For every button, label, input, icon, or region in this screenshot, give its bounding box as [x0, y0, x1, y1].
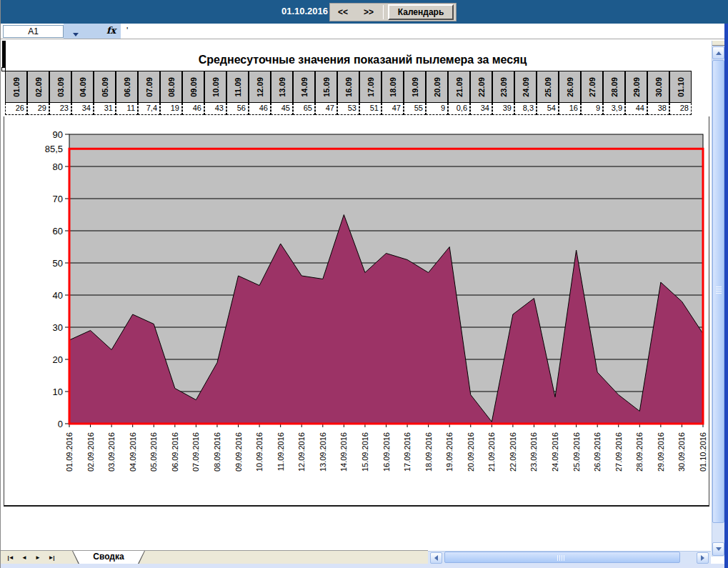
- name-box-dropdown[interactable]: [69, 26, 82, 36]
- prev-sheet-button[interactable]: ◄: [17, 552, 31, 563]
- x-axis-label: 12.09.2016: [297, 432, 306, 472]
- y-axis-label: 10: [53, 387, 63, 397]
- table-header-cell[interactable]: 13.09: [271, 71, 293, 103]
- table-header-cell[interactable]: 15.09: [315, 71, 337, 103]
- scroll-down-button[interactable]: [712, 542, 724, 556]
- table-header-cell[interactable]: 17.09: [359, 71, 382, 103]
- table-header-cell[interactable]: 18.09: [382, 71, 404, 103]
- first-sheet-button[interactable]: |◄: [4, 552, 17, 563]
- last-sheet-button[interactable]: ►|: [44, 552, 58, 563]
- window-right-border: [724, 24, 728, 568]
- table-value-cell[interactable]: 28: [669, 103, 692, 115]
- table-value-cell[interactable]: 7,4: [138, 103, 160, 115]
- next-sheet-button[interactable]: ►: [31, 552, 44, 563]
- x-axis-label: 10.09.2016: [255, 432, 264, 472]
- table-header-cell[interactable]: 03.09: [49, 71, 71, 103]
- table-header-cell[interactable]: 24.09: [514, 71, 537, 103]
- horizontal-scroll-thumb[interactable]: [444, 552, 680, 563]
- app-window: { "toolbar": { "date": "01.10.2016", "pr…: [0, 0, 728, 568]
- current-date-label: 01.10.2016: [264, 6, 328, 16]
- table-header-cell[interactable]: 11.09: [226, 71, 249, 103]
- x-axis-label: 23.09.2016: [529, 432, 538, 472]
- y-axis-label: 0: [58, 419, 63, 429]
- window-bottom-edge: [1, 564, 724, 568]
- table-value-cell[interactable]: 53: [337, 103, 359, 115]
- table-header-cell[interactable]: 02.09: [27, 71, 49, 103]
- table-value-cell[interactable]: 11: [116, 103, 138, 115]
- horizontal-scrollbar[interactable]: [428, 551, 711, 564]
- table-header-cell[interactable]: 08.09: [160, 71, 182, 103]
- table-header-cell[interactable]: 07.09: [138, 71, 160, 103]
- table-value-cell[interactable]: 44: [625, 103, 647, 115]
- scroll-up-button[interactable]: [712, 46, 724, 59]
- table-header-cell[interactable]: 27.09: [581, 71, 603, 103]
- table-value-cell[interactable]: 34: [470, 103, 492, 115]
- formula-input[interactable]: ': [122, 25, 721, 38]
- x-axis-label: 29.09.2016: [657, 432, 665, 472]
- split-handle[interactable]: [712, 41, 725, 46]
- table-value-cell[interactable]: 19: [160, 103, 182, 115]
- table-header-cell[interactable]: 10.09: [204, 71, 226, 103]
- table-header-cell[interactable]: 25.09: [537, 71, 559, 103]
- table-header-cell[interactable]: 06.09: [116, 71, 138, 103]
- arrow-down-icon: [716, 547, 722, 551]
- x-axis-label: 22.09.2016: [509, 432, 517, 472]
- threshold-label: 85,5: [45, 144, 63, 154]
- table-header-cell[interactable]: 16.09: [337, 71, 359, 103]
- table-header-cell[interactable]: 23.09: [492, 71, 514, 103]
- table-value-cell[interactable]: 46: [249, 103, 271, 115]
- table-value-cell[interactable]: 54: [537, 103, 559, 115]
- table-value-cell[interactable]: 3,9: [603, 103, 625, 115]
- table-header-cell[interactable]: 01.09: [5, 71, 27, 103]
- table-value-cell[interactable]: 65: [293, 103, 315, 115]
- table-value-cell[interactable]: 46: [182, 103, 204, 115]
- chart-object[interactable]: 010203040506070809085,501.09.201602.09.2…: [4, 116, 709, 507]
- table-header-cell[interactable]: 12.09: [249, 71, 271, 103]
- table-value-cell[interactable]: 9: [426, 103, 448, 115]
- x-axis-label: 14.09.2016: [339, 432, 348, 472]
- table-value-cell[interactable]: 0,6: [448, 103, 470, 115]
- table-header-cell[interactable]: 05.09: [94, 71, 116, 103]
- table-value-cell[interactable]: 29: [27, 103, 49, 115]
- table-header-cell[interactable]: 30.09: [647, 71, 669, 103]
- table-header-cell[interactable]: 20.09: [426, 71, 448, 103]
- prev-button[interactable]: <<: [330, 4, 356, 20]
- sheet-tab[interactable]: Сводка: [72, 551, 145, 564]
- y-axis-label: 20: [53, 354, 63, 365]
- table-header-cell[interactable]: 19.09: [404, 71, 426, 103]
- table-value-cell[interactable]: 31: [94, 103, 116, 115]
- next-button[interactable]: >>: [356, 4, 382, 20]
- table-header-cell[interactable]: 22.09: [470, 71, 492, 103]
- table-value-cell[interactable]: 39: [492, 103, 514, 115]
- table-header-cell[interactable]: 04.09: [71, 71, 94, 103]
- table-value-cell[interactable]: 16: [559, 103, 581, 115]
- table-value-cell[interactable]: 8,3: [514, 103, 537, 115]
- table-value-cell[interactable]: 38: [647, 103, 669, 115]
- table-header-cell[interactable]: 28.09: [603, 71, 625, 103]
- table-value-cell[interactable]: 47: [382, 103, 404, 115]
- table-value-cell[interactable]: 9: [581, 103, 603, 115]
- table-value-cell[interactable]: 26: [5, 103, 27, 115]
- table-value-row: 2629233431117,41946435646456547535147559…: [5, 103, 692, 115]
- fx-icon[interactable]: fx: [106, 25, 116, 36]
- table-value-cell[interactable]: 45: [271, 103, 293, 115]
- table-header-cell[interactable]: 21.09: [448, 71, 470, 103]
- table-header-cell[interactable]: 26.09: [559, 71, 581, 103]
- calendar-button[interactable]: Календарь: [388, 4, 454, 20]
- table-header-cell[interactable]: 09.09: [182, 71, 204, 103]
- scroll-left-button[interactable]: [430, 552, 442, 564]
- cell-reference-box[interactable]: A1: [3, 25, 64, 38]
- vertical-scroll-thumb[interactable]: [712, 60, 724, 523]
- vertical-scrollbar[interactable]: [712, 41, 724, 557]
- table-header-cell[interactable]: 01.10: [669, 71, 692, 103]
- table-value-cell[interactable]: 55: [404, 103, 426, 115]
- scroll-right-button[interactable]: [697, 552, 709, 564]
- table-value-cell[interactable]: 34: [71, 103, 94, 115]
- table-value-cell[interactable]: 43: [204, 103, 226, 115]
- table-value-cell[interactable]: 23: [49, 103, 71, 115]
- table-value-cell[interactable]: 47: [315, 103, 337, 115]
- table-header-cell[interactable]: 14.09: [293, 71, 315, 103]
- table-value-cell[interactable]: 56: [226, 103, 249, 115]
- table-value-cell[interactable]: 51: [359, 103, 382, 115]
- table-header-cell[interactable]: 29.09: [625, 71, 647, 103]
